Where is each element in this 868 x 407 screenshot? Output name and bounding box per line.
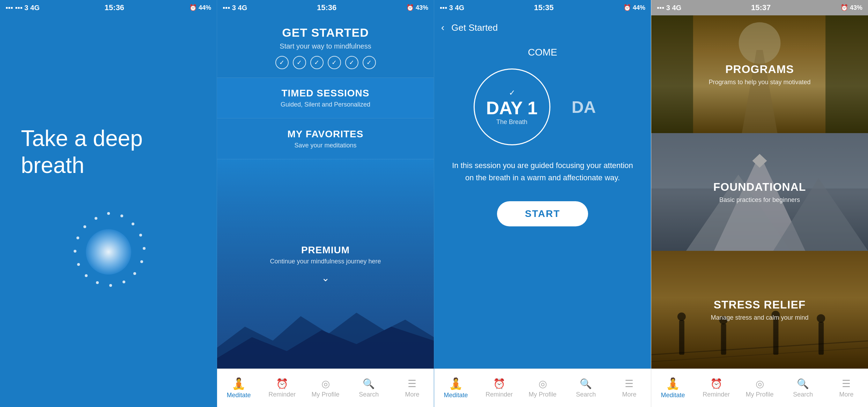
screen-programs: ▪▪▪ 3 4G 15:37 ⏰ 43% — [651, 0, 868, 407]
day1-description: In this session you are guided focusing … — [441, 159, 644, 184]
profile-label-4: My Profile — [746, 391, 774, 398]
stress-subtitle: Manage stress and calm your mind — [711, 314, 808, 321]
nav-profile-2[interactable]: ◎ My Profile — [304, 378, 347, 398]
back-button-3[interactable]: ‹ — [441, 22, 444, 33]
battery-4: ⏰ 43% — [840, 4, 862, 12]
day1-header: ‹ Get Started — [434, 15, 651, 40]
start-button[interactable]: START — [497, 201, 588, 226]
programs-content: PROGRAMS Programs to help you stay motiv… — [651, 15, 868, 369]
nav-search-4[interactable]: 🔍 Search — [781, 378, 825, 398]
status-bar-1: ▪▪▪ ▪▪▪ 3 4G 15:36 ⏰ 44% — [0, 0, 217, 15]
svg-point-13 — [76, 237, 79, 239]
nav-meditate-2[interactable]: 🧘 Meditate — [217, 377, 260, 399]
more-label-4: More — [839, 391, 853, 398]
more-icon-4: ☰ — [842, 378, 851, 390]
nav-more-2[interactable]: ☰ More — [391, 378, 434, 398]
splash-headline: Take a deepbreath — [21, 125, 143, 179]
more-label-2: More — [405, 391, 419, 398]
day2-text: DA — [572, 97, 596, 117]
nav-bar-4: 🧘 Meditate ⏰ Reminder ◎ My Profile 🔍 Sea… — [651, 369, 868, 407]
svg-point-1 — [120, 215, 123, 217]
reminder-icon-4: ⏰ — [710, 378, 722, 390]
svg-point-0 — [107, 212, 110, 215]
menu-favorites[interactable]: MY FAVORITES Save your meditations — [217, 119, 434, 159]
meditate-label-4: Meditate — [661, 392, 685, 399]
nav-more-4[interactable]: ☰ More — [825, 378, 868, 398]
screen-day1: ▪▪▪ 3 4G 15:35 ⏰ 44% ‹ Get Started COME … — [434, 0, 651, 407]
get-started-subtitle: Start your way to mindfulness — [224, 42, 427, 50]
check-5: ✓ — [345, 56, 358, 69]
nav-profile-3[interactable]: ◎ My Profile — [521, 378, 564, 398]
day1-card[interactable]: ✓ DAY 1 The Breath — [474, 68, 550, 145]
check-2: ✓ — [293, 56, 306, 69]
more-icon-3: ☰ — [625, 378, 633, 390]
breath-animation — [63, 206, 154, 297]
status-bar-4: ▪▪▪ 3 4G 15:37 ⏰ 43% — [651, 0, 868, 15]
programs-card[interactable]: PROGRAMS Programs to help you stay motiv… — [651, 15, 868, 133]
mountain-svg — [217, 306, 434, 369]
status-left-4: ▪▪▪ 3 4G — [657, 4, 681, 12]
svg-point-10 — [85, 274, 88, 277]
stress-card[interactable]: STRESS RELIEF Manage stress and calm you… — [651, 251, 868, 369]
nav-bar-2: 🧘 Meditate ⏰ Reminder ◎ My Profile 🔍 Sea… — [217, 369, 434, 407]
day1-check: ✓ — [509, 88, 515, 97]
foundational-subtitle: Basic practices for beginners — [713, 196, 806, 204]
profile-label-3: My Profile — [529, 391, 557, 398]
nav-reminder-4[interactable]: ⏰ Reminder — [695, 378, 738, 398]
search-icon-3: 🔍 — [580, 378, 592, 390]
search-label-2: Search — [359, 391, 379, 398]
premium-section[interactable]: PREMIUM Continue your mindfulness journe… — [217, 159, 434, 369]
nav-meditate-3[interactable]: 🧘 Meditate — [434, 377, 477, 399]
nav-profile-4[interactable]: ◎ My Profile — [738, 378, 781, 398]
time-4: 15:37 — [751, 3, 771, 12]
day-cards-container: ✓ DAY 1 The Breath DA — [441, 68, 644, 145]
svg-point-6 — [133, 272, 136, 275]
more-icon-2: ☰ — [408, 378, 416, 390]
meditate-label-3: Meditate — [444, 392, 468, 399]
favorites-title: MY FAVORITES — [224, 129, 427, 140]
battery-2: ⏰ 43% — [406, 4, 428, 12]
svg-point-7 — [123, 281, 125, 283]
menu-timed-sessions[interactable]: TIMED SESSIONS Guided, Silent and Person… — [217, 78, 434, 118]
svg-point-2 — [132, 223, 134, 225]
nav-reminder-2[interactable]: ⏰ Reminder — [260, 378, 304, 398]
svg-point-15 — [95, 217, 97, 220]
time-3: 15:35 — [534, 3, 554, 12]
welcome-text: COME — [528, 47, 557, 58]
search-label-4: Search — [793, 391, 813, 398]
carrier-1: ▪▪▪ 3 4G — [15, 4, 39, 12]
splash-content: Take a deepbreath — [0, 15, 217, 407]
check-4: ✓ — [328, 56, 341, 69]
svg-point-5 — [140, 260, 143, 263]
status-left-1: ▪▪▪ ▪▪▪ 3 4G — [6, 4, 39, 12]
timed-sessions-title: TIMED SESSIONS — [224, 88, 427, 99]
nav-search-3[interactable]: 🔍 Search — [564, 378, 608, 398]
screen2-main: GET STARTED Start your way to mindfulnes… — [217, 15, 434, 369]
status-bar-2: ▪▪▪ 3 4G 15:36 ⏰ 43% — [217, 0, 434, 15]
time-2: 15:36 — [317, 3, 336, 12]
nav-bar-3: 🧘 Meditate ⏰ Reminder ◎ My Profile 🔍 Sea… — [434, 369, 651, 407]
premium-subtitle: Continue your mindfulness journey here — [270, 258, 381, 265]
profile-icon-4: ◎ — [756, 378, 764, 390]
meditate-label-2: Meditate — [227, 392, 251, 399]
reminder-icon-3: ⏰ — [493, 378, 505, 390]
meditate-icon-2: 🧘 — [232, 377, 246, 390]
nav-more-3[interactable]: ☰ More — [608, 378, 651, 398]
search-icon-2: 🔍 — [363, 378, 375, 390]
nav-reminder-3[interactable]: ⏰ Reminder — [477, 378, 521, 398]
foundational-card[interactable]: FOUNDATIONAL Basic practices for beginne… — [651, 133, 868, 251]
screen-splash: ▪▪▪ ▪▪▪ 3 4G 15:36 ⏰ 44% Take a deepbrea… — [0, 0, 217, 407]
reminder-icon-2: ⏰ — [276, 378, 288, 390]
check-3: ✓ — [310, 56, 324, 69]
battery-3: ⏰ 44% — [623, 4, 645, 12]
reminder-label-3: Reminder — [485, 391, 513, 398]
screen-get-started: ▪▪▪ 3 4G 15:36 ⏰ 43% GET STARTED Start y… — [217, 0, 434, 407]
status-left-2: ▪▪▪ 3 4G — [223, 4, 247, 12]
favorites-sub: Save your meditations — [224, 142, 427, 149]
check-6: ✓ — [363, 56, 376, 69]
get-started-title: GET STARTED — [224, 26, 427, 39]
day1-content: COME ✓ DAY 1 The Breath DA In this sessi… — [434, 40, 651, 369]
status-left-3: ▪▪▪ 3 4G — [440, 4, 464, 12]
nav-search-2[interactable]: 🔍 Search — [347, 378, 391, 398]
nav-meditate-4[interactable]: 🧘 Meditate — [651, 377, 695, 399]
